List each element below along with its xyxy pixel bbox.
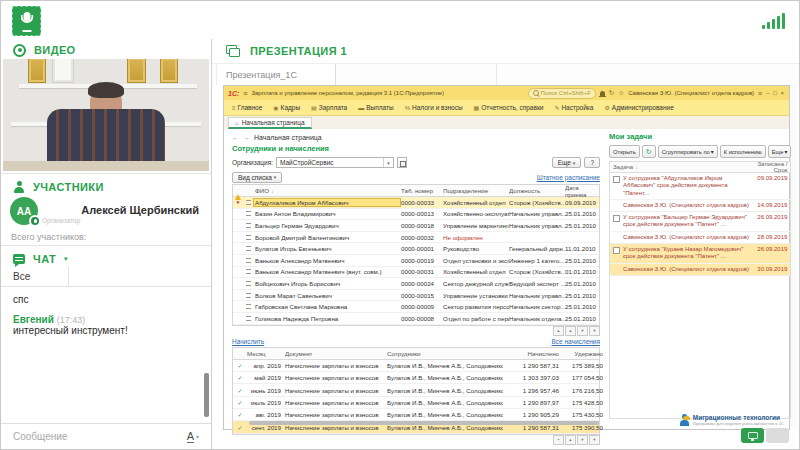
menu-item[interactable]: ≡ Главное [232,104,262,111]
help-button[interactable]: ? [584,157,600,168]
current-user[interactable]: Савинская З.Ю. (Специалист отдела кадров… [628,90,754,96]
menu-item[interactable]: ▦ Отчетность, справки [474,104,544,111]
employee-row[interactable]: ● Абдулхаликов Икром Аббасович 0000-0003… [233,197,599,209]
group-by-button[interactable]: Сгруппировать по▾ [658,145,718,158]
page-prev-button[interactable]: ▴ [565,326,576,336]
tasks-more-button[interactable]: Еще▾ [768,145,792,158]
employee-row[interactable]: Бальцер Герман Эдуардович 0000-00018 Упр… [233,220,599,232]
back-arrow-icon[interactable]: ← [232,134,239,141]
page-prev-button[interactable]: ▴ [565,435,576,445]
employees-pager: ▴ ▴ ▾ ▾ [232,326,600,336]
employee-row[interactable]: Ваньков Александр Матвеевич 0000-00019 О… [233,255,599,267]
employee-position: Начальник управл... [509,292,565,299]
text-format-button[interactable]: А [187,431,194,443]
accrual-row[interactable]: ✓ авг. 2019 Начисление зарплаты и взносо… [233,409,599,421]
menu-item[interactable]: ▤ Зарплата [311,104,347,111]
chat-message-list[interactable]: спс Евгений (17:43) интересный инструмен… [1,286,203,421]
employee-state-icon [246,316,251,321]
tab-home[interactable]: ⌂ Начальная страница [228,117,312,129]
message-input[interactable]: Сообщение А ▾ [1,423,211,449]
menu-item[interactable]: ✎ Настройка [554,104,593,111]
accrual-accrued: 1 296 957,46 [503,387,559,394]
webcam-video[interactable] [3,59,209,171]
task-assignee-row[interactable]: Савинская З.Ю. (Специалист отдела кадров… [610,232,790,244]
accruals-table-header[interactable]: Месяц Документ Сотрудники Начислено Удер… [233,348,599,360]
page-first-button[interactable]: ▪ [553,435,564,445]
menu-item[interactable]: % Налоги и взносы [405,104,463,111]
open-organization-button[interactable] [397,157,407,168]
microphone-button[interactable] [12,6,41,36]
accrual-row[interactable]: ✓ май 2019 Начисление зарплаты и взносов… [233,372,599,384]
employee-row[interactable]: Голикова Надежда Петровна 0000-00008 Отд… [233,313,599,325]
task-row[interactable]: У сотрудника "Кураев Назар Магомедович" … [610,244,790,264]
all-accruals-link[interactable]: Все начисления [552,338,600,345]
accrual-row[interactable]: ✓ апр. 2019 Начисление зарплаты и взносо… [233,360,599,372]
presentation-view-button[interactable] [741,428,764,443]
notifications-icon[interactable] [600,91,605,96]
employee-department: Руководство [443,245,509,252]
presentation-tab[interactable]: Презентация_1С [216,64,336,85]
employee-row[interactable]: Базин Антон Владимирович 0000-00013 Хозя… [233,209,599,221]
task-assignee-row[interactable]: Савинская З.Ю. (Специалист отдела кадров… [610,264,790,276]
task-checkbox[interactable] [613,247,620,254]
forward-arrow-icon[interactable]: → [243,134,250,141]
service-menu-icon[interactable]: ≡ [758,90,762,97]
chat-section-header[interactable]: ЧАТ ▾ [1,245,211,268]
menu-item-icon: % [405,105,410,111]
to-execute-button[interactable]: К исполнению [720,145,766,158]
history-icon[interactable]: ↻ [609,89,614,97]
page-last-button[interactable]: ▾ [589,435,600,445]
employee-department: Сектор развития персон... [443,303,509,310]
accrual-row[interactable]: ✓ июнь 2019 Начисление зарплаты и взносо… [233,384,599,396]
employee-state-icon [246,269,251,274]
accrue-link[interactable]: Начислить [232,338,264,345]
task-checkbox[interactable] [613,215,620,222]
favorites-star-icon[interactable]: ☆ [618,89,624,97]
list-view-button[interactable]: Вид списка▾ [232,172,282,183]
tasks-header[interactable]: Задача↓ Записана / Срок [610,162,790,173]
employee-hire-date: 25.01.2010 [565,303,601,310]
employee-row[interactable]: Боровой Дмитрий Валентинович 0000-00032 … [233,232,599,244]
page-next-button[interactable]: ▾ [577,326,588,336]
search-input[interactable]: Поиск Ctrl+Shift+F [528,88,596,99]
participant-row[interactable]: АА Организатор Алексей Щербинский [1,197,211,231]
page-next-button[interactable]: ▾ [577,435,588,445]
menu-item-label: Выплаты [366,104,393,111]
more-button[interactable]: Еще▾ [552,157,582,168]
employee-number: 0000-00031 [401,268,443,275]
video-view-button[interactable] [766,428,789,443]
employee-row[interactable]: Волков Марат Савельевич 0000-00015 Управ… [233,290,599,302]
refresh-icon[interactable]: ↻ [642,145,656,158]
chevron-down-icon: ▾ [196,433,199,440]
task-assignee: Савинская З.Ю. (Специалист отдела кадров… [623,266,751,273]
menu-item[interactable]: ▬ Выплаты [358,104,393,111]
page-last-button[interactable]: ▾ [589,326,600,336]
slide-hscrollbar[interactable] [249,421,599,425]
task-row[interactable]: У сотрудника "Бальцер Герман Эдуардович"… [610,212,790,232]
employee-row[interactable]: Войцехович Игорь Борисович 0000-00024 Се… [233,278,599,290]
menu-item[interactable]: ◉ Кадры [273,104,300,111]
staffing-link[interactable]: Штатное расписание [537,174,600,181]
menu-item[interactable]: ⚙ Администрирование [604,104,673,111]
open-task-button[interactable]: Открыть [609,145,640,158]
employees-table-header[interactable]: ФИО↓ Таб. номер Подразделение Должность … [233,185,599,197]
task-checkbox[interactable] [613,176,620,183]
accrual-row[interactable]: ✓ июль 2019 Начисление зарплаты и взносо… [233,397,599,409]
window-controls[interactable]: – □ × [766,90,785,96]
employee-row[interactable]: Булатов Игорь Евгеньевич 0000-00001 Руко… [233,243,599,255]
presentation-title: ПРЕЗЕНТАЦИЯ 1 [250,45,347,57]
presentation-slide[interactable]: 1С: ≡ Зарплата и управление персоналом, … [212,85,799,449]
page-first-button[interactable]: ▴ [553,326,564,336]
main-menu-icon[interactable]: ≡ [243,90,247,97]
task-row[interactable]: У сотрудника "Абдулхаликов Икром Аббасов… [610,173,790,200]
accrual-withheld: 175 430,50 [559,411,605,418]
task-date: 09.09.2019 [751,175,787,181]
chat-tab-all[interactable]: Все [1,267,69,286]
organization-select[interactable]: МайСтройСервис ▾ [276,157,394,168]
accrual-employees: Булатов И.В., Минчев А.Б., Солодовникова… [387,399,503,406]
chat-scrollbar[interactable] [204,373,209,417]
employee-row[interactable]: Габровская Светлана Марковна 0000-00009 … [233,301,599,313]
task-assignee-row[interactable]: Савинская З.Ю. (Специалист отдела кадров… [610,200,790,212]
chevron-down-icon[interactable]: ▾ [383,158,393,167]
employee-row[interactable]: Ваньков Александр Матвеевич (внут. совм.… [233,267,599,279]
